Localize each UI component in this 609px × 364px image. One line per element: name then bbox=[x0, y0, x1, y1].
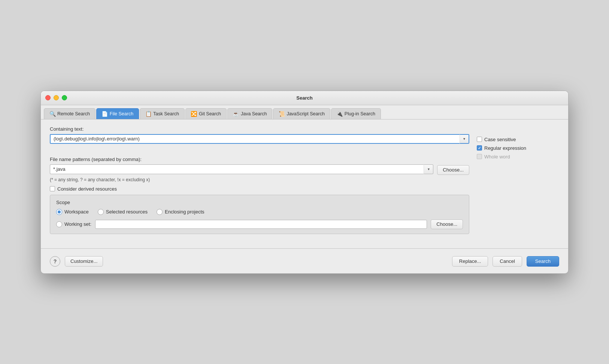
working-set-choose-button[interactable]: Choose... bbox=[431, 219, 463, 229]
whole-word-row: Whole word bbox=[477, 154, 559, 160]
tab-task-search-label: Task Search bbox=[153, 111, 179, 116]
help-button[interactable]: ? bbox=[50, 256, 60, 267]
scope-selected-resources-radio[interactable]: Selected resources bbox=[98, 209, 148, 215]
search-dialog: Search 🔍 Remote Search 📄 File Search 📋 T… bbox=[40, 91, 569, 274]
containing-text-row: ▾ bbox=[50, 134, 469, 144]
regular-expression-row: Regular expression bbox=[477, 145, 559, 151]
cancel-button[interactable]: Cancel bbox=[493, 256, 522, 267]
enclosing-projects-radio-button[interactable] bbox=[157, 209, 163, 215]
tab-git-search[interactable]: 🔀 Git Search bbox=[185, 108, 227, 119]
tab-javascript-search[interactable]: 📜 JavaScript Search bbox=[273, 108, 330, 119]
remote-search-icon: 🔍 bbox=[49, 111, 55, 117]
replace-button[interactable]: Replace... bbox=[452, 256, 488, 267]
tab-plugin-search[interactable]: 🔌 Plug-in Search bbox=[331, 108, 381, 119]
main-form-area: Containing text: ▾ File name patterns (s… bbox=[50, 126, 559, 234]
workspace-radio-button[interactable] bbox=[56, 209, 62, 215]
hint-text: (* = any string, ? = any character, !x =… bbox=[50, 177, 469, 182]
close-button[interactable] bbox=[45, 95, 51, 100]
tab-java-search[interactable]: ☕ Java Search bbox=[227, 108, 272, 119]
file-search-icon: 📄 bbox=[102, 111, 108, 117]
separator bbox=[41, 248, 568, 249]
regular-expression-label: Regular expression bbox=[484, 145, 526, 151]
java-search-icon: ☕ bbox=[233, 111, 239, 117]
task-search-icon: 📋 bbox=[145, 111, 151, 117]
containing-text-label: Containing text: bbox=[50, 126, 469, 132]
left-column: Containing text: ▾ File name patterns (s… bbox=[50, 126, 469, 234]
consider-derived-row: Consider derived resources bbox=[50, 186, 469, 192]
tab-file-search-label: File Search bbox=[110, 111, 133, 116]
file-pattern-choose-button[interactable]: Choose... bbox=[437, 165, 469, 175]
scope-box: Scope Workspace Selected resources En bbox=[50, 195, 469, 234]
javascript-search-icon: 📜 bbox=[279, 111, 285, 117]
tab-git-search-label: Git Search bbox=[199, 111, 221, 116]
tab-java-search-label: Java Search bbox=[241, 111, 267, 116]
tab-remote-search[interactable]: 🔍 Remote Search bbox=[44, 108, 96, 119]
file-name-patterns-input[interactable] bbox=[50, 164, 424, 174]
selected-resources-radio-button[interactable] bbox=[98, 209, 104, 215]
maximize-button[interactable] bbox=[62, 95, 67, 100]
scope-workspace-radio[interactable]: Workspace bbox=[56, 209, 89, 215]
working-set-radio-button[interactable] bbox=[56, 221, 62, 227]
working-set-row: Working set: Choose... bbox=[56, 219, 463, 229]
scope-enclosing-projects-radio[interactable]: Enclosing projects bbox=[157, 209, 204, 215]
consider-derived-checkbox[interactable] bbox=[50, 186, 55, 191]
case-sensitive-checkbox[interactable] bbox=[477, 137, 482, 142]
scope-radios: Workspace Selected resources Enclosing p… bbox=[56, 209, 463, 215]
selected-resources-radio-label: Selected resources bbox=[106, 209, 148, 215]
minimize-button[interactable] bbox=[54, 95, 59, 100]
customize-button[interactable]: Customize... bbox=[65, 256, 103, 267]
case-sensitive-label: Case sensitive bbox=[484, 137, 516, 142]
right-column: Case sensitive Regular expression Whole … bbox=[477, 126, 559, 160]
titlebar: Search bbox=[41, 91, 568, 105]
scope-title: Scope bbox=[56, 200, 463, 205]
form-content: Containing text: ▾ File name patterns (s… bbox=[41, 119, 568, 241]
git-search-icon: 🔀 bbox=[191, 111, 197, 117]
search-button[interactable]: Search bbox=[527, 256, 559, 267]
file-name-patterns-label: File name patterns (separated by comma): bbox=[50, 157, 469, 162]
containing-text-input[interactable] bbox=[50, 134, 460, 144]
bottom-bar: ? Customize... Replace... Cancel Search bbox=[41, 256, 568, 273]
tab-plugin-search-label: Plug-in Search bbox=[345, 111, 375, 116]
regular-expression-checkbox[interactable] bbox=[477, 145, 482, 151]
tab-javascript-search-label: JavaScript Search bbox=[287, 111, 324, 116]
workspace-radio-label: Workspace bbox=[64, 209, 89, 215]
tabs-row: 🔍 Remote Search 📄 File Search 📋 Task Sea… bbox=[41, 105, 568, 119]
whole-word-checkbox[interactable] bbox=[477, 154, 482, 159]
working-set-radio-label: Working set: bbox=[64, 221, 91, 227]
containing-text-dropdown[interactable]: ▾ bbox=[460, 134, 469, 144]
tab-file-search[interactable]: 📄 File Search bbox=[96, 108, 139, 119]
window-controls bbox=[45, 95, 67, 100]
window-title: Search bbox=[296, 95, 312, 101]
tab-task-search[interactable]: 📋 Task Search bbox=[140, 108, 185, 119]
enclosing-projects-radio-label: Enclosing projects bbox=[165, 209, 204, 215]
working-set-radio[interactable]: Working set: bbox=[56, 221, 91, 227]
tab-remote-search-label: Remote Search bbox=[57, 111, 90, 116]
consider-derived-label: Consider derived resources bbox=[57, 186, 117, 192]
whole-word-label: Whole word bbox=[484, 154, 510, 160]
file-pattern-input-row: ▾ bbox=[50, 164, 433, 174]
file-pattern-dropdown[interactable]: ▾ bbox=[424, 164, 433, 174]
plugin-search-icon: 🔌 bbox=[337, 111, 343, 117]
working-set-input[interactable] bbox=[95, 220, 427, 229]
case-sensitive-row: Case sensitive bbox=[477, 137, 559, 142]
